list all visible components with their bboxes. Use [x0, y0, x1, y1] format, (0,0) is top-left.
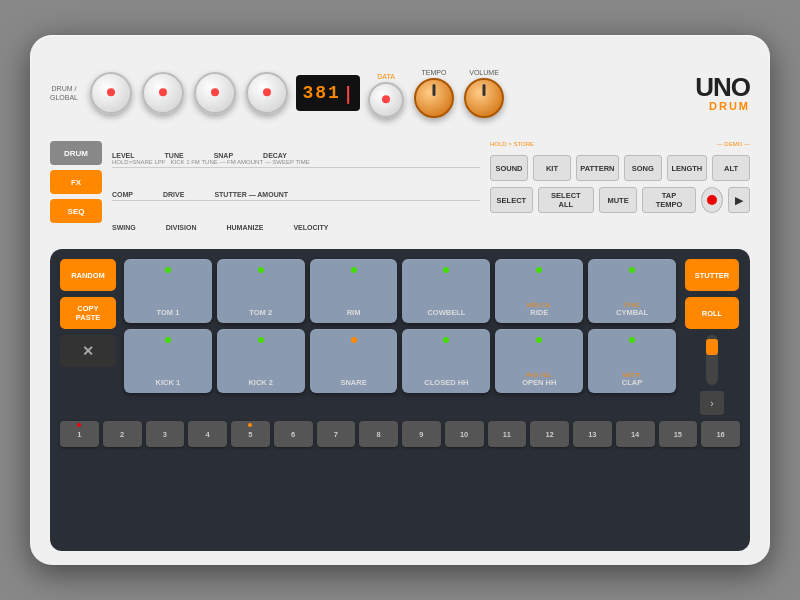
- pad-kick2-indicator: [258, 337, 264, 343]
- seq-button[interactable]: SEQ: [50, 199, 102, 223]
- logo-block: UNO DRUM: [695, 74, 750, 112]
- pad-closedhh[interactable]: CLOSED HH: [402, 329, 490, 393]
- roll-button[interactable]: ROLL: [685, 297, 739, 329]
- mute-button[interactable]: MUTE: [599, 187, 637, 213]
- roll-slider-thumb: [706, 339, 718, 355]
- pad-closedhh-indicator: [443, 337, 449, 343]
- pad-cowbell[interactable]: COWBELL: [402, 259, 490, 323]
- transport-row-1: SOUND KIT PATTERN SONG LENGTH ALT: [490, 155, 750, 181]
- step-button-14[interactable]: 14: [616, 421, 655, 447]
- param-row-drum: LEVEL TUNE SNAP DECAY HOLD>SNARE LPF KIC…: [112, 152, 480, 170]
- knob-volume[interactable]: [464, 78, 504, 118]
- kit-button[interactable]: KIT: [533, 155, 571, 181]
- tap-tempo-button[interactable]: TAP TEMPO: [642, 187, 696, 213]
- pad-tom1[interactable]: TOM 1: [124, 259, 212, 323]
- pad-snare[interactable]: SNARE: [310, 329, 398, 393]
- pad-openhh[interactable]: PAD VEL. OPEN HH: [495, 329, 583, 393]
- alt-button[interactable]: ALT: [712, 155, 750, 181]
- knob-1[interactable]: [90, 72, 132, 114]
- pad-snare-indicator: [351, 337, 357, 343]
- step-button-13[interactable]: 13: [573, 421, 612, 447]
- pad-tom1-indicator: [165, 267, 171, 273]
- param-stutter-amount: STUTTER — AMOUNT: [214, 191, 288, 198]
- middle-section: DRUM FX SEQ LEVEL TUNE SNAP DECAY HOLD>S…: [50, 141, 750, 241]
- knob-data[interactable]: [368, 82, 404, 118]
- knob-tempo-group: TEMPO: [414, 69, 454, 118]
- step-button-2[interactable]: 2: [103, 421, 142, 447]
- step-button-7[interactable]: 7: [317, 421, 356, 447]
- param-decay: DECAY: [263, 152, 287, 159]
- param-comp: COMP: [112, 191, 133, 198]
- bottom-section: RANDOM COPY PASTE ✕ TOM 1 TOM 2: [50, 249, 750, 551]
- display-value: 381: [302, 83, 340, 103]
- step-button-15[interactable]: 15: [659, 421, 698, 447]
- step-button-9[interactable]: 9: [402, 421, 441, 447]
- pad-rim-indicator: [351, 267, 357, 273]
- pad-rim-label: RIM: [347, 308, 361, 317]
- pad-kick2-label: KICK 2: [248, 378, 273, 387]
- volume-label: VOLUME: [469, 69, 499, 76]
- knob-4[interactable]: [246, 72, 288, 114]
- knob-tempo[interactable]: [414, 78, 454, 118]
- param-snap: SNAP: [214, 152, 233, 159]
- pad-kick1[interactable]: KICK 1: [124, 329, 212, 393]
- pad-openhh-indicator: [536, 337, 542, 343]
- step-button-6[interactable]: 6: [274, 421, 313, 447]
- step-button-5[interactable]: 5: [231, 421, 270, 447]
- knob-data-group: DATA: [368, 73, 404, 118]
- pad-tom1-label: TOM 1: [157, 308, 180, 317]
- pad-snare-label: SNARE: [340, 378, 366, 387]
- pad-rim[interactable]: RIM: [310, 259, 398, 323]
- data-label: DATA: [377, 73, 395, 80]
- pad-ride[interactable]: MIDI CH. RIDE: [495, 259, 583, 323]
- step-button-3[interactable]: 3: [146, 421, 185, 447]
- pad-clap-indicator: [629, 337, 635, 343]
- transport-row-2: SELECT SELECT ALL MUTE TAP TEMPO ▶: [490, 187, 750, 213]
- pad-rows: RANDOM COPY PASTE ✕ TOM 1 TOM 2: [60, 259, 740, 415]
- pad-tom2[interactable]: TOM 2: [217, 259, 305, 323]
- pad-cymbal[interactable]: SYNC CYMBAL: [588, 259, 676, 323]
- side-right-buttons: STUTTER ROLL ›: [684, 259, 740, 415]
- pad-clap[interactable]: METR. CLAP: [588, 329, 676, 393]
- device-body: DRUM / GLOBAL 381 | DATA TEMPO VOLUME: [30, 35, 770, 565]
- pad-cymbal-label: CYMBAL: [616, 308, 648, 317]
- step-button-4[interactable]: 4: [188, 421, 227, 447]
- pad-ride-label: RIDE: [530, 308, 548, 317]
- param-drive: DRIVE: [163, 191, 184, 198]
- knob-3[interactable]: [194, 72, 236, 114]
- play-button[interactable]: ▶: [728, 187, 750, 213]
- pattern-button[interactable]: PATTERN: [576, 155, 619, 181]
- step-button-10[interactable]: 10: [445, 421, 484, 447]
- logo-uno-text: UNO: [695, 74, 750, 100]
- random-button[interactable]: RANDOM: [60, 259, 116, 291]
- fx-button[interactable]: FX: [50, 170, 102, 194]
- step-button-16[interactable]: 16: [701, 421, 740, 447]
- arrow-right-button[interactable]: ›: [700, 391, 724, 415]
- length-button[interactable]: LENGTH: [667, 155, 707, 181]
- step-button-1[interactable]: 1: [60, 421, 99, 447]
- copy-paste-button[interactable]: COPY PASTE: [60, 297, 116, 329]
- pads-row-2: KICK 1 KICK 2 SNARE CLOSED HH: [124, 329, 676, 393]
- roll-slider[interactable]: [706, 335, 718, 385]
- x-button[interactable]: ✕: [60, 335, 116, 367]
- knob-2[interactable]: [142, 72, 184, 114]
- select-all-button[interactable]: SELECT ALL: [538, 187, 594, 213]
- pad-kick2[interactable]: KICK 2: [217, 329, 305, 393]
- stutter-button[interactable]: STUTTER: [685, 259, 739, 291]
- drum-button[interactable]: DRUM: [50, 141, 102, 165]
- step-button-11[interactable]: 11: [488, 421, 527, 447]
- step-button-8[interactable]: 8: [359, 421, 398, 447]
- pad-cymbal-indicator: [629, 267, 635, 273]
- sound-button[interactable]: SOUND: [490, 155, 528, 181]
- select-button[interactable]: SELECT: [490, 187, 533, 213]
- param-rows: LEVEL TUNE SNAP DECAY HOLD>SNARE LPF KIC…: [112, 141, 480, 241]
- pad-tom2-label: TOM 2: [249, 308, 272, 317]
- record-button[interactable]: [701, 187, 723, 213]
- param-swing: SWING: [112, 224, 136, 231]
- top-section: DRUM / GLOBAL 381 | DATA TEMPO VOLUME: [50, 53, 750, 133]
- logo-drum-text: DRUM: [709, 100, 750, 112]
- step-button-12[interactable]: 12: [530, 421, 569, 447]
- step-buttons-row: 1 2 3 4 5 6 7 8 9 10 11 12 13 14 15 16: [60, 421, 740, 447]
- song-button[interactable]: SONG: [624, 155, 662, 181]
- demo-label: — DEMO —: [717, 141, 750, 147]
